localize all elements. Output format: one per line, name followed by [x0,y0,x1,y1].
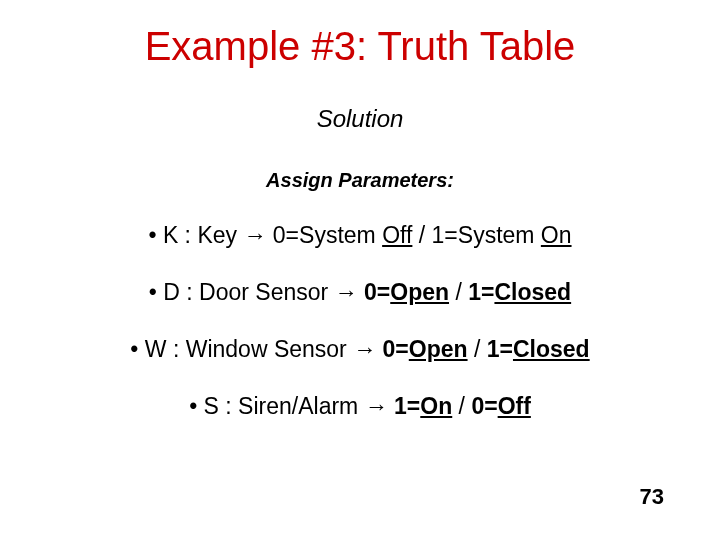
param-first-prefix: 1= [394,393,420,419]
param-name: Door Sensor [199,279,328,305]
param-one-u: Closed [494,279,571,305]
param-zero-prefix: 0=System [273,222,382,248]
param-one-u: Closed [513,336,590,362]
param-item: • W : Window Sensor → 0=Open / 1=Closed [0,336,720,363]
param-sym: W [145,336,167,362]
param-name: Key [197,222,237,248]
param-one-u: On [541,222,572,248]
slide: Example #3: Truth Table Solution Assign … [0,0,720,540]
page-number: 73 [640,484,664,510]
param-one-prefix: 1=System [432,222,541,248]
param-one-prefix: 1= [468,279,494,305]
section-heading: Assign Parameters: [0,169,720,192]
param-zero-u: Open [409,336,468,362]
param-item: • D : Door Sensor → 0=Open / 1=Closed [0,279,720,306]
param-item: • K : Key → 0=System Off / 1=System On [0,222,720,249]
param-name: Siren/Alarm [238,393,358,419]
param-sym: K [163,222,178,248]
param-zero-u: Open [390,279,449,305]
param-zero-u: Off [382,222,412,248]
param-sym: D [163,279,180,305]
bullet-list: • K : Key → 0=System Off / 1=System On •… [0,222,720,420]
param-sym: S [204,393,219,419]
param-second-prefix: 0= [471,393,497,419]
slide-subtitle: Solution [0,105,720,133]
param-first-u: On [420,393,452,419]
param-zero-prefix: 0= [383,336,409,362]
param-zero-prefix: 0= [364,279,390,305]
param-second-u: Off [498,393,531,419]
slide-title: Example #3: Truth Table [0,0,720,69]
param-name: Window Sensor [186,336,347,362]
param-item: • S : Siren/Alarm → 1=On / 0=Off [0,393,720,420]
param-one-prefix: 1= [487,336,513,362]
